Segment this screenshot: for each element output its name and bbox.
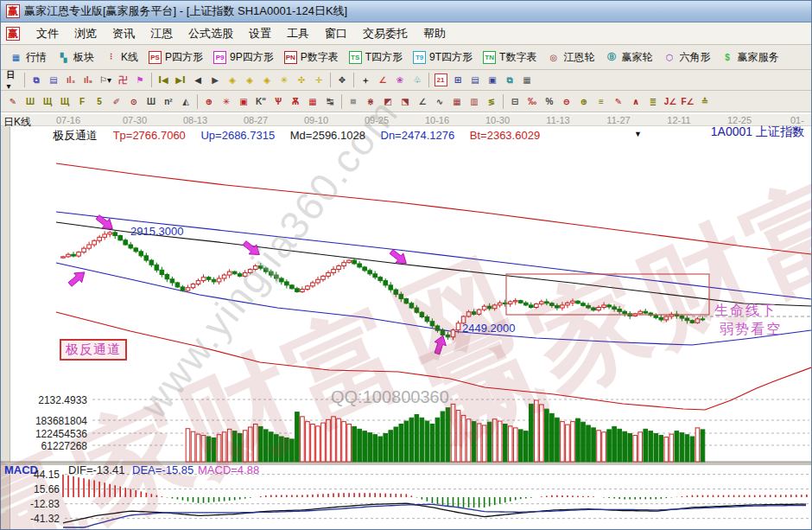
f-angle-icon[interactable]: F∠: [679, 93, 696, 110]
expand-all-icon[interactable]: ✣: [293, 72, 310, 88]
menu-公式选股[interactable]: 公式选股: [181, 24, 241, 42]
9t-square-button[interactable]: T99T四方形: [408, 48, 478, 67]
n-square-icon[interactable]: n²: [160, 93, 177, 110]
overlay-chart-icon[interactable]: ⧉: [28, 72, 45, 88]
menu-交易委托[interactable]: 交易委托: [355, 24, 416, 42]
menu-设置[interactable]: 设置: [241, 24, 279, 42]
wave-a-icon[interactable]: ∧: [627, 93, 644, 110]
expand-x-icon[interactable]: ◈: [258, 72, 276, 88]
gann-wheel-button[interactable]: ◎江恩轮: [542, 48, 599, 67]
volume-axis-label: 61227268: [27, 440, 87, 452]
grid-123-icon[interactable]: ▦: [304, 93, 321, 110]
sectors-button-glyph: ▚: [57, 51, 70, 64]
colored-flag-icon[interactable]: ⚑: [131, 72, 149, 88]
windows-cascade-icon[interactable]: ⧉: [501, 72, 518, 88]
menu-江恩[interactable]: 江恩: [143, 24, 181, 42]
fit-screen-icon[interactable]: ✛: [310, 72, 327, 88]
brush-tool-icon[interactable]: ✎: [4, 93, 22, 110]
first-page-button[interactable]: Ⅰ◀: [155, 72, 172, 88]
title-bar[interactable]: 赢 赢家江恩专业版[赢家服务平台] - [上证指数 SH1A0001-124日K…: [1, 1, 811, 22]
j-angle-icon[interactable]: J∠: [662, 93, 679, 110]
circle-cross-icon[interactable]: ⊕: [200, 93, 218, 110]
period-day-dropdown[interactable]: 日▾: [4, 72, 22, 88]
page-left-button[interactable]: ◀: [189, 72, 206, 88]
sectors-button[interactable]: ▚板块: [52, 48, 99, 67]
period-day-dropdown-glyph: 日▾: [7, 73, 20, 86]
marker-tool-icon[interactable]: ✐: [108, 93, 125, 110]
hexagon-button[interactable]: ⬡六角形: [657, 48, 715, 67]
gold-circle-icon[interactable]: ⊕: [575, 93, 593, 110]
quotes-button[interactable]: ▦行情: [4, 48, 52, 67]
peak-price-annotation: 2915.3000: [130, 225, 183, 238]
menu-资讯[interactable]: 资讯: [105, 24, 143, 42]
calendar-icon[interactable]: 21: [432, 72, 449, 88]
f-comb-icon[interactable]: F: [73, 93, 91, 110]
compress-icon[interactable]: ✳: [276, 72, 293, 88]
print-icon[interactable]: ▦: [518, 72, 536, 88]
kline-button[interactable]: ⫶K线: [99, 48, 143, 67]
gold-lines2-icon[interactable]: ≣: [644, 93, 662, 110]
square-target-icon[interactable]: ▣: [235, 93, 252, 110]
percent7-icon[interactable]: ‰: [523, 93, 541, 110]
bars-3-icon[interactable]: ıl₃: [62, 72, 79, 88]
grid-tool-icon[interactable]: ▦: [448, 93, 466, 110]
note-below-lifeline: 生命线下: [714, 302, 777, 320]
plain-comb-icon[interactable]: Ш: [143, 93, 160, 110]
crosshair-icon[interactable]: ＋: [357, 72, 374, 88]
mirror-angle-icon[interactable]: ◭: [177, 93, 194, 110]
zigzag-icon[interactable]: ∿: [431, 93, 448, 110]
starburst-icon[interactable]: ✳: [218, 93, 235, 110]
save-icon[interactable]: ▣: [484, 72, 501, 88]
gold-comb2-icon-glyph: Щ: [59, 95, 72, 108]
width-measure-icon[interactable]: ↹: [321, 93, 339, 110]
percent-line-icon[interactable]: ⊖: [558, 93, 575, 110]
calculator-icon[interactable]: ⊞: [449, 72, 466, 88]
up-value: Up=2686.7315: [200, 129, 275, 142]
ying-comb-icon[interactable]: Ѫ: [287, 93, 304, 110]
flag-dropdown[interactable]: ⚐▾: [97, 72, 114, 88]
9p-square-button[interactable]: P99P四方形: [208, 48, 279, 67]
starburst-icon-glyph: ✳: [220, 95, 233, 108]
zoom-in-x-icon[interactable]: ◈: [241, 72, 258, 88]
grid-tool2-icon[interactable]: ▥: [466, 93, 483, 110]
menu-浏览[interactable]: 浏览: [67, 24, 105, 42]
p-square-button[interactable]: PSP四方形: [143, 48, 208, 67]
gold-angle-icon[interactable]: ≙: [696, 93, 714, 110]
channel-box-annotation[interactable]: 极反通道: [60, 339, 127, 361]
chart-area[interactable]: 日K线 07-1607-3008-1308-2709-1009-2510-161…: [1, 114, 811, 529]
gold-comb-icon[interactable]: Щ: [39, 93, 56, 110]
menu-工具[interactable]: 工具: [279, 24, 317, 42]
info-list-icon[interactable]: ▤: [45, 72, 62, 88]
drag-hand-icon[interactable]: ✥: [333, 72, 351, 88]
percent-icon[interactable]: %: [541, 93, 558, 110]
bars-9-icon[interactable]: ıl₉: [79, 72, 97, 88]
red-pencil-icon[interactable]: ✎: [610, 93, 627, 110]
last-page-button[interactable]: ▶Ⅰ: [172, 72, 189, 88]
p-number-table-button[interactable]: PNP数字表: [279, 48, 344, 67]
menu-窗口[interactable]: 窗口: [317, 24, 355, 42]
menu-文件[interactable]: 文件: [29, 24, 67, 42]
p-number-table-button-glyph: PN: [284, 51, 297, 64]
zoom-out-x-icon[interactable]: ◈: [224, 72, 241, 88]
menu-帮助[interactable]: 帮助: [416, 24, 454, 42]
parallel-lines-icon[interactable]: ≶: [483, 93, 500, 110]
five-comb-icon[interactable]: 5: [91, 93, 108, 110]
gold-comb2-icon[interactable]: Щ: [56, 93, 73, 110]
shen-comb-icon[interactable]: Ѱ: [270, 93, 287, 110]
notebook-icon[interactable]: ▤: [466, 72, 484, 88]
seal-icon[interactable]: 卍: [114, 72, 131, 88]
winner-wheel-button-glyph: Ⓑ: [605, 51, 618, 64]
gold-lines-icon[interactable]: ≡: [593, 93, 610, 110]
zigzag-icon-glyph: ∿: [434, 95, 447, 108]
page-right-button[interactable]: ▶: [206, 72, 224, 88]
k-quote-icon[interactable]: Kʺ: [252, 93, 270, 110]
gann-comb-icon[interactable]: Ш: [22, 93, 39, 110]
print-icon-glyph: ▦: [521, 73, 534, 86]
winner-wheel-button[interactable]: Ⓑ赢家轮: [599, 48, 657, 67]
time-cycle-icon[interactable]: ⊙: [125, 93, 143, 110]
symbol-label[interactable]: 1A0001 上证指数: [711, 125, 804, 140]
winner-service-button[interactable]: $赢家服务: [715, 48, 783, 67]
price-ruler-icon[interactable]: ⊟: [506, 93, 523, 110]
t-number-table-button[interactable]: TNT数字表: [478, 48, 542, 67]
marker-tool-icon-glyph: ✐: [111, 95, 124, 108]
